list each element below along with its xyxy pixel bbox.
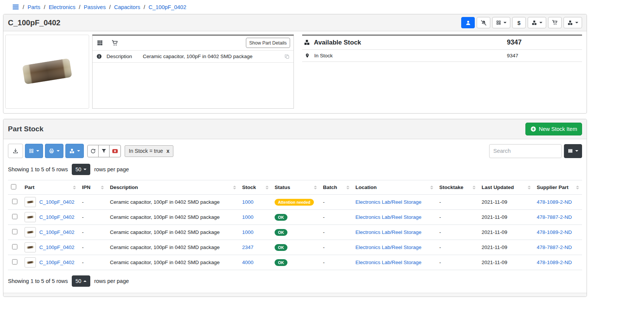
- table-row[interactable]: C_100pF_0402 - Ceramic capacitor, 100pF …: [8, 240, 582, 255]
- search-input[interactable]: [489, 144, 562, 158]
- in-stock-value: 9347: [507, 53, 581, 58]
- part-link[interactable]: C_100pF_0402: [39, 214, 74, 220]
- batch-cell: -: [320, 195, 352, 210]
- row-checkbox[interactable]: [12, 214, 17, 219]
- stock-link[interactable]: 4000: [242, 260, 253, 265]
- sort-icon[interactable]: [576, 186, 579, 189]
- table-row[interactable]: C_100pF_0402 - Ceramic capacitor, 100pF …: [8, 210, 582, 225]
- column-header-status: Status: [275, 184, 290, 190]
- stock-link[interactable]: 1000: [242, 214, 253, 220]
- download-button[interactable]: [8, 144, 23, 158]
- stock-actions-dropdown[interactable]: [528, 17, 546, 28]
- page-size-dropdown[interactable]: 50: [72, 164, 91, 175]
- row-checkbox[interactable]: [12, 259, 17, 264]
- part-link[interactable]: C_100pF_0402: [39, 229, 74, 235]
- supplier-part-link[interactable]: 478-1089-2-ND: [537, 229, 572, 235]
- row-checkbox[interactable]: [12, 199, 17, 204]
- supplier-part-link[interactable]: 478-1089-2-ND: [537, 199, 572, 205]
- subscribe-button[interactable]: [461, 17, 475, 28]
- chevron-down-icon: [575, 150, 578, 152]
- part-thumbnail: [25, 212, 36, 222]
- breadcrumb-item-electronics[interactable]: Electronics: [49, 4, 76, 10]
- clear-filters-button[interactable]: [109, 145, 121, 157]
- location-link[interactable]: Electronics Lab/Reel Storage: [355, 260, 422, 265]
- sort-icon[interactable]: [233, 186, 236, 189]
- sort-icon[interactable]: [430, 186, 433, 189]
- part-header: C_100pF_0402 $: [3, 14, 587, 31]
- part-link[interactable]: C_100pF_0402: [39, 244, 74, 250]
- stock-link[interactable]: 1000: [242, 199, 253, 205]
- row-checkbox[interactable]: [12, 229, 17, 234]
- part-link[interactable]: C_100pF_0402: [39, 260, 74, 265]
- order-button[interactable]: [548, 17, 562, 28]
- sort-icon[interactable]: [73, 186, 76, 189]
- part-image[interactable]: [5, 35, 89, 109]
- ipn-cell: -: [79, 210, 107, 225]
- supplier-part-link[interactable]: 478-1089-2-ND: [537, 260, 572, 265]
- breadcrumb-item-passives[interactable]: Passives: [84, 4, 106, 10]
- batch-cell: -: [320, 210, 352, 225]
- boxes-icon: [69, 148, 75, 154]
- row-checkbox[interactable]: [12, 244, 17, 249]
- columns-dropdown-button[interactable]: [564, 144, 582, 158]
- supplier-part-link[interactable]: 478-7887-2-ND: [537, 214, 572, 220]
- dollar-icon: $: [517, 20, 520, 26]
- stock-link[interactable]: 1000: [242, 229, 253, 235]
- table-row[interactable]: C_100pF_0402 - Ceramic capacitor, 100pF …: [8, 195, 582, 210]
- show-part-details-button[interactable]: Show Part Details: [246, 38, 290, 48]
- part-actions-dropdown[interactable]: [564, 17, 582, 28]
- table-row[interactable]: C_100pF_0402 - Ceramic capacitor, 100pF …: [8, 225, 582, 240]
- supplier-part-link[interactable]: 478-7887-2-ND: [537, 244, 572, 250]
- sort-icon[interactable]: [101, 186, 104, 189]
- boxes-icon: [567, 20, 573, 26]
- filter-chip-in-stock: In Stock = true x: [125, 145, 173, 157]
- status-badge: OK: [275, 229, 287, 236]
- cart-view-button[interactable]: [111, 39, 119, 47]
- part-stock-body: In Stock = true x Showing 1 to 5 of 5 ro…: [3, 139, 587, 293]
- sort-icon[interactable]: [528, 186, 531, 189]
- new-stock-item-button[interactable]: New Stock Item: [525, 123, 582, 135]
- ipn-cell: -: [79, 225, 107, 240]
- cart-icon: [552, 20, 558, 26]
- page-size-value: 50: [76, 278, 82, 284]
- barcode-actions-dropdown[interactable]: [492, 17, 510, 28]
- rows-per-page-label: rows per page: [94, 166, 129, 172]
- hamburger-menu-icon[interactable]: [12, 3, 19, 11]
- stock-link[interactable]: 2347: [242, 244, 253, 250]
- location-link[interactable]: Electronics Lab/Reel Storage: [355, 199, 422, 205]
- new-stock-item-label: New Stock Item: [539, 126, 577, 132]
- filter-chip-close[interactable]: x: [167, 148, 170, 154]
- table-row[interactable]: C_100pF_0402 - Ceramic capacitor, 100pF …: [8, 255, 582, 270]
- in-stock-label: In Stock: [314, 53, 333, 58]
- chevron-down-icon: [539, 22, 542, 23]
- breadcrumb-separator: /: [109, 4, 111, 10]
- location-link[interactable]: Electronics Lab/Reel Storage: [355, 229, 422, 235]
- location-link[interactable]: Electronics Lab/Reel Storage: [355, 244, 422, 250]
- grid-view-button[interactable]: [96, 39, 104, 47]
- copy-icon[interactable]: [284, 54, 290, 59]
- page-size-dropdown[interactable]: 50: [72, 275, 91, 287]
- select-all-checkbox[interactable]: [11, 184, 16, 189]
- breadcrumb-item-current-part[interactable]: C_100pF_0402: [148, 4, 186, 10]
- filter-icon: [101, 148, 107, 154]
- ipn-cell: -: [79, 195, 107, 210]
- chevron-down-icon: [575, 22, 578, 23]
- stock-options-dropdown-button[interactable]: [65, 144, 84, 158]
- sort-icon[interactable]: [346, 186, 349, 189]
- barcode-dropdown-button[interactable]: [25, 144, 43, 158]
- part-thumbnail: [25, 197, 36, 207]
- sort-icon[interactable]: [473, 186, 476, 189]
- part-link[interactable]: C_100pF_0402: [39, 199, 74, 205]
- columns-icon: [568, 148, 573, 154]
- breadcrumb-item-capacitors[interactable]: Capacitors: [114, 4, 140, 10]
- refresh-button[interactable]: [87, 145, 99, 157]
- unsubscribe-button[interactable]: [477, 17, 490, 28]
- showing-rows-text: Showing 1 to 5 of 5 rows: [8, 278, 68, 284]
- pricing-button[interactable]: $: [512, 17, 526, 28]
- location-link[interactable]: Electronics Lab/Reel Storage: [355, 214, 422, 220]
- breadcrumb-item-parts[interactable]: Parts: [28, 4, 40, 10]
- print-dropdown-button[interactable]: [45, 144, 63, 158]
- sort-icon[interactable]: [314, 186, 317, 189]
- sort-icon[interactable]: [266, 186, 269, 189]
- filter-button[interactable]: [98, 145, 110, 157]
